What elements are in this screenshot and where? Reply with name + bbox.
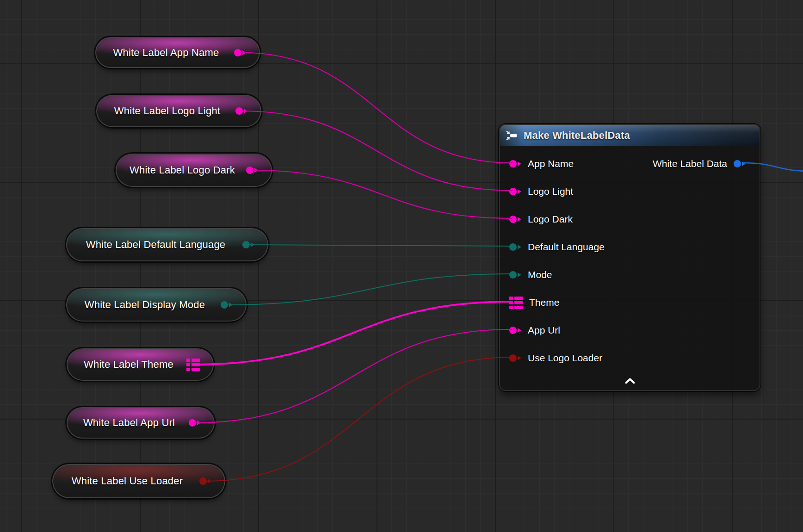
pin-arrow-icon: [518, 328, 521, 333]
struct-grid-icon: [186, 359, 200, 371]
input-pin-app-name[interactable]: [509, 160, 521, 167]
variable-getter-node-white-label-app-url[interactable]: White Label App Url: [67, 407, 215, 439]
wire-white-label-logo-dark-to-logo-dark[interactable]: [252, 170, 512, 218]
make-node-header[interactable]: Make WhiteLabelData: [500, 125, 760, 146]
pin-arrow-icon: [251, 242, 254, 247]
input-pin-label: Logo Light: [528, 186, 573, 197]
input-pin-theme[interactable]: [509, 297, 523, 309]
input-pin-label: Mode: [528, 269, 552, 280]
getter-node-label: White Label Display Mode: [79, 299, 210, 311]
pin-circle-icon: [509, 160, 517, 167]
input-pin-label: Default Language: [528, 241, 605, 253]
wire-white-label-default-language-to-default-language[interactable]: [248, 245, 512, 246]
output-pin-white-label-data[interactable]: [734, 160, 746, 167]
pin-arrow-icon: [197, 421, 201, 425]
input-pin-row-logo-dark: Logo Dark: [509, 205, 573, 233]
pin-circle-icon: [221, 301, 228, 309]
wire-white-label-logo-light-to-logo-light[interactable]: [241, 111, 512, 191]
variable-getter-node-white-label-theme[interactable]: White Label Theme: [67, 348, 214, 381]
pin-arrow-icon: [244, 109, 247, 113]
getter-node-label: White Label App Url: [80, 417, 179, 429]
input-pin-use-logo-loader[interactable]: [509, 354, 521, 362]
output-pin-white-label-app-name[interactable]: [234, 49, 246, 56]
pin-arrow-icon: [229, 303, 233, 307]
variable-getter-node-white-label-use-loader[interactable]: White Label Use Loader: [52, 464, 225, 498]
pin-circle-icon: [509, 188, 517, 195]
pin-arrow-icon: [242, 50, 246, 55]
input-pin-row-theme: Theme: [509, 289, 559, 316]
input-pin-app-url[interactable]: [509, 327, 521, 334]
pin-circle-icon: [242, 241, 250, 248]
output-pin-label: White Label Data: [653, 158, 727, 169]
getter-node-label: White Label Theme: [80, 359, 178, 371]
wire-white-label-app-name-to-app-name[interactable]: [240, 53, 512, 163]
pin-arrow-icon: [254, 168, 258, 173]
getter-node-label: White Label Logo Dark: [129, 164, 236, 176]
output-pin-row-white-label-data: White Label Data: [653, 150, 746, 178]
input-pin-row-app-url: App Url: [509, 316, 560, 344]
pin-arrow-icon: [518, 217, 521, 222]
variable-getter-node-white-label-logo-dark[interactable]: White Label Logo Dark: [116, 154, 272, 187]
pin-circle-icon: [509, 327, 517, 334]
pin-circle-icon: [509, 243, 517, 251]
pin-circle-icon: [234, 49, 241, 56]
wire-white-label-display-mode-to-mode[interactable]: [226, 274, 512, 305]
blueprint-graph-canvas[interactable]: White Label App NameWhite Label Logo Lig…: [0, 0, 803, 532]
collapse-pins-button[interactable]: [500, 374, 760, 387]
wire-white-label-app-url-to-app-url[interactable]: [194, 329, 512, 423]
input-pin-mode[interactable]: [509, 271, 521, 278]
pin-arrow-icon: [518, 272, 521, 277]
output-pin-white-label-logo-dark[interactable]: [246, 167, 258, 174]
pin-circle-icon: [189, 419, 196, 427]
make-struct-icon: [506, 130, 518, 141]
input-pin-label: App Name: [528, 158, 574, 169]
output-pin-white-label-app-url[interactable]: [189, 419, 201, 427]
output-pin-white-label-default-language[interactable]: [242, 241, 254, 248]
input-pin-default-language[interactable]: [509, 243, 521, 251]
input-pin-logo-light[interactable]: [509, 188, 521, 195]
pin-circle-icon: [509, 271, 517, 278]
output-pin-white-label-use-loader[interactable]: [199, 477, 211, 485]
input-pin-row-mode: Mode: [509, 261, 552, 289]
pin-circle-icon: [246, 167, 253, 174]
output-pin-white-label-logo-light[interactable]: [235, 107, 247, 115]
wire-white-label-use-loader-to-use-logo-loader[interactable]: [205, 357, 512, 481]
pin-arrow-icon: [208, 479, 211, 483]
output-pin-white-label-theme[interactable]: [186, 359, 200, 371]
input-pin-row-default-language: Default Language: [509, 233, 605, 261]
getter-node-label: White Label App Name: [108, 47, 224, 59]
pin-circle-icon: [509, 354, 517, 362]
make-whitelabeldata-node[interactable]: Make WhiteLabelData App NameLogo LightLo…: [499, 124, 760, 391]
pin-arrow-icon: [518, 161, 521, 166]
variable-getter-node-white-label-default-language[interactable]: White Label Default Language: [66, 228, 268, 261]
pin-arrow-icon: [518, 356, 521, 360]
input-pin-label: Logo Dark: [528, 214, 573, 225]
input-pin-label: Theme: [529, 297, 559, 308]
getter-node-label: White Label Default Language: [79, 239, 232, 251]
pin-arrow-icon: [742, 161, 746, 166]
output-pin-white-label-display-mode[interactable]: [221, 301, 233, 309]
variable-getter-node-white-label-app-name[interactable]: White Label App Name: [95, 37, 260, 68]
input-pin-row-logo-light: Logo Light: [509, 178, 573, 205]
pin-circle-icon: [199, 477, 207, 485]
variable-getter-node-white-label-display-mode[interactable]: White Label Display Mode: [66, 288, 247, 322]
pin-circle-icon: [509, 216, 517, 223]
input-pin-label: App Url: [528, 325, 560, 336]
input-pin-label: Use Logo Loader: [528, 353, 602, 364]
variable-getter-node-white-label-logo-light[interactable]: White Label Logo Light: [96, 95, 261, 127]
input-pin-logo-dark[interactable]: [509, 216, 521, 223]
input-pin-row-use-logo-loader: Use Logo Loader: [509, 344, 602, 372]
struct-grid-icon: [509, 297, 523, 309]
pin-circle-icon: [235, 107, 243, 115]
chevron-up-icon: [624, 378, 636, 384]
input-pin-row-app-name: App Name: [509, 150, 574, 178]
getter-node-label: White Label Logo Light: [109, 105, 225, 117]
make-node-title: Make WhiteLabelData: [524, 130, 630, 142]
pin-arrow-icon: [518, 189, 521, 194]
pin-arrow-icon: [518, 245, 521, 249]
getter-node-label: White Label Use Loader: [65, 475, 189, 487]
pin-circle-icon: [734, 160, 741, 167]
